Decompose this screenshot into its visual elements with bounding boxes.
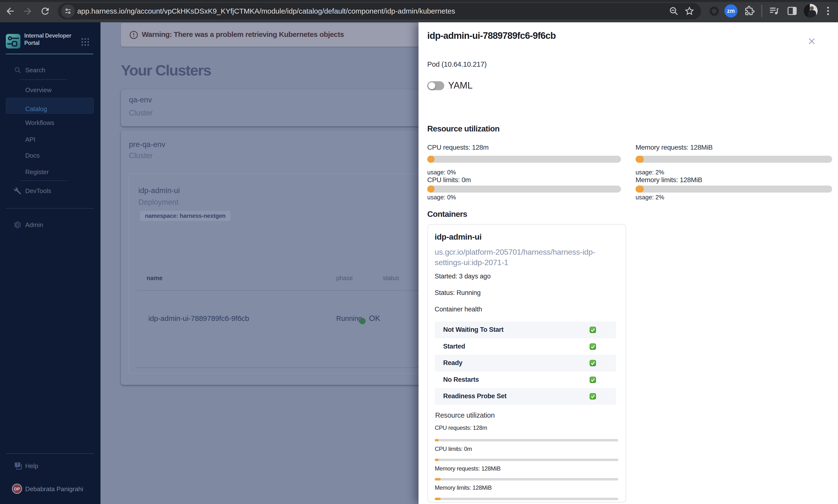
svg-text:?: ?	[17, 463, 19, 466]
